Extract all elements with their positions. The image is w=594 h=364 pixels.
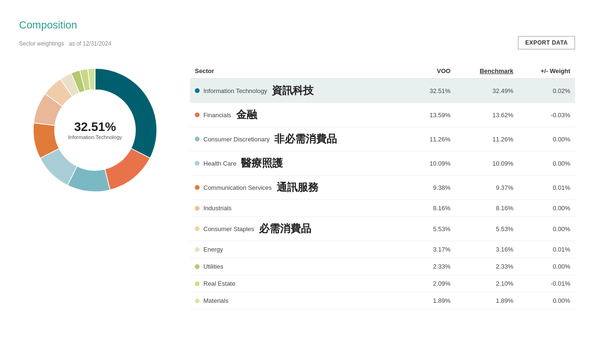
sector-name: Information Technology: [203, 87, 267, 94]
weight-value: 0.00%: [518, 127, 575, 151]
weight-value: 0.00%: [518, 292, 575, 309]
table-row: Real Estate 2.09%2.10%-0.01%: [190, 275, 575, 292]
sector-table-area: Sector VOO Benchmark +/- Weight Informat…: [190, 64, 575, 309]
weight-value: 0.00%: [518, 258, 575, 275]
donut-percentage: 32.51%: [68, 120, 122, 134]
as-of-date: as of 12/31/2024: [69, 40, 111, 47]
voo-value: 8.16%: [411, 200, 455, 217]
table-row: Consumer Staples 必需消費品 5.53%5.53%0.00%: [190, 217, 575, 241]
voo-value: 11.26%: [411, 127, 455, 151]
sector-chinese: 金融: [236, 108, 257, 122]
sector-name: Real Estate: [203, 280, 235, 287]
sector-cell: Health Care 醫療照護: [190, 151, 411, 176]
sector-name: Consumer Staples: [203, 225, 254, 233]
sector-dot: [195, 88, 200, 93]
sector-table: Sector VOO Benchmark +/- Weight Informat…: [190, 64, 575, 309]
donut-sector-name: Information Technology: [68, 135, 122, 140]
sector-name: Industrials: [203, 205, 231, 212]
sector-cell: Real Estate: [190, 275, 411, 292]
sector-chinese: 通訊服務: [277, 180, 318, 195]
sector-dot: [195, 247, 200, 252]
voo-value: 13.59%: [411, 103, 455, 127]
sector-name-wrap: Information Technology 資訊科技: [195, 84, 406, 98]
sector-name: Consumer Discretionary: [203, 136, 269, 143]
sector-name: Utilities: [203, 263, 223, 270]
col-sector: Sector: [190, 64, 411, 79]
page: Composition Sector weightings as of 12/3…: [0, 0, 594, 364]
sector-dot: [195, 137, 200, 141]
weight-value: 0.00%: [518, 200, 575, 217]
weight-value: 0.00%: [518, 217, 575, 241]
weight-value: -0.01%: [518, 275, 575, 292]
donut-segment-0: [95, 68, 157, 158]
table-row: Financials 金融 13.59%13.62%-0.03%: [190, 103, 575, 127]
main-content: 32.51% Information Technology Sector VOO…: [19, 64, 575, 309]
composition-title: Composition: [19, 19, 575, 31]
table-row: Utilities 2.33%2.33%0.00%: [190, 258, 575, 275]
benchmark-value: 8.16%: [455, 200, 518, 217]
sector-dot: [195, 112, 200, 117]
sector-cell: Utilities: [190, 258, 411, 275]
table-row: Information Technology 資訊科技 32.51%32.49%…: [190, 79, 575, 103]
sector-cell: Consumer Staples 必需消費品: [190, 217, 411, 241]
sector-name-wrap: Materials: [195, 297, 406, 304]
weight-value: -0.03%: [518, 103, 575, 127]
sector-cell: Energy: [190, 241, 411, 258]
sector-name-wrap: Communication Services 通訊服務: [195, 180, 406, 195]
voo-value: 5.53%: [411, 217, 455, 241]
donut-chart-area: 32.51% Information Technology: [19, 64, 171, 196]
benchmark-value: 3.16%: [455, 241, 518, 258]
sector-chinese: 醫療照護: [241, 156, 283, 170]
sector-cell: Materials: [190, 292, 411, 309]
sector-dot: [195, 299, 200, 303]
table-header-row: Sector VOO Benchmark +/- Weight: [190, 64, 575, 79]
voo-value: 32.51%: [411, 79, 455, 103]
benchmark-value: 10.09%: [455, 151, 518, 176]
sector-dot: [195, 281, 200, 286]
weight-value: 0.01%: [518, 241, 575, 258]
sector-name-wrap: Consumer Discretionary 非必需消費品: [195, 132, 406, 146]
benchmark-value: 32.49%: [455, 79, 518, 103]
sector-name-wrap: Industrials: [195, 205, 406, 212]
sector-dot: [195, 206, 200, 211]
export-data-button[interactable]: EXPORT DATA: [518, 36, 575, 49]
benchmark-value: 13.62%: [455, 103, 518, 127]
sector-cell: Industrials: [190, 200, 411, 217]
voo-value: 2.09%: [411, 275, 455, 292]
sector-name: Communication Services: [203, 184, 272, 191]
sector-name: Energy: [203, 246, 223, 253]
benchmark-value: 1.89%: [455, 292, 518, 309]
sector-name: Health Care: [203, 160, 236, 167]
table-row: Energy 3.17%3.16%0.01%: [190, 241, 575, 258]
sector-cell: Information Technology 資訊科技: [190, 79, 411, 103]
col-voo: VOO: [411, 64, 455, 79]
col-benchmark: Benchmark: [455, 64, 518, 79]
voo-value: 9.38%: [411, 176, 455, 200]
sector-cell: Communication Services 通訊服務: [190, 176, 411, 200]
voo-value: 1.89%: [411, 292, 455, 309]
weight-value: 0.02%: [518, 79, 575, 103]
benchmark-value: 2.10%: [455, 275, 518, 292]
sector-name-wrap: Energy: [195, 246, 406, 253]
donut-segment-1: [105, 149, 150, 190]
sector-name-wrap: Real Estate: [195, 280, 406, 287]
table-row: Health Care 醫療照護 10.09%10.09%0.00%: [190, 151, 575, 176]
sector-dot: [195, 161, 200, 166]
donut-chart: 32.51% Information Technology: [29, 64, 162, 196]
sector-dot: [195, 185, 200, 190]
benchmark-value: 9.37%: [455, 176, 518, 200]
sector-chinese: 必需消費品: [259, 222, 311, 236]
sector-name-wrap: Financials 金融: [195, 108, 406, 122]
sector-dot: [195, 226, 200, 231]
sector-chinese: 資訊科技: [272, 84, 314, 98]
weight-value: 0.01%: [518, 176, 575, 200]
sector-name-wrap: Consumer Staples 必需消費品: [195, 222, 406, 236]
voo-value: 3.17%: [411, 241, 455, 258]
donut-label: 32.51% Information Technology: [68, 120, 122, 140]
sector-cell: Financials 金融: [190, 103, 411, 127]
weight-value: 0.00%: [518, 151, 575, 176]
voo-value: 2.33%: [411, 258, 455, 275]
table-row: Communication Services 通訊服務 9.38%9.37%0.…: [190, 176, 575, 200]
sector-name: Materials: [203, 297, 229, 304]
table-row: Industrials 8.16%8.16%0.00%: [190, 200, 575, 217]
